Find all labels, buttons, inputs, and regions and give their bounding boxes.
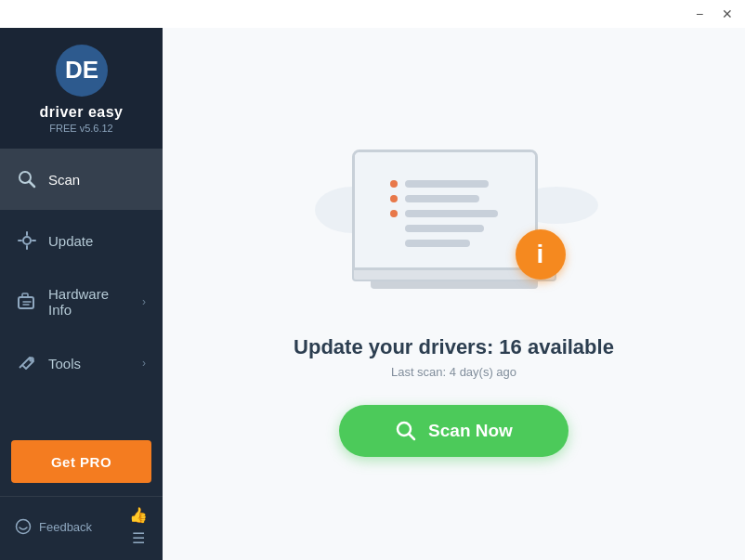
laptop-stand bbox=[371, 281, 538, 289]
sidebar-item-tools[interactable]: Tools › bbox=[0, 332, 163, 394]
tools-chevron-icon: › bbox=[142, 357, 146, 370]
feedback-icon bbox=[15, 518, 32, 535]
sidebar-item-scan-label: Scan bbox=[48, 172, 80, 188]
illustration: i bbox=[306, 131, 603, 317]
main-headline: Update your drivers: 16 available bbox=[294, 335, 614, 359]
app-version: FREE v5.6.12 bbox=[49, 123, 112, 134]
scan-icon bbox=[17, 169, 37, 189]
tools-icon bbox=[17, 353, 37, 373]
list-icon[interactable]: ☰ bbox=[132, 529, 145, 547]
minimize-button[interactable]: − bbox=[691, 6, 708, 22]
sidebar-item-hardware-info-label: Hardware Info bbox=[48, 286, 131, 318]
scan-now-label: Scan Now bbox=[428, 421, 513, 441]
svg-point-10 bbox=[17, 520, 31, 534]
thumbs-up-icon[interactable]: 👍 bbox=[129, 506, 148, 524]
hardware-info-icon bbox=[17, 292, 37, 312]
sidebar-item-update[interactable]: Update bbox=[0, 210, 163, 271]
screen-dot-2 bbox=[390, 195, 398, 202]
screen-line-2 bbox=[405, 195, 479, 202]
screen-dot-1 bbox=[390, 180, 398, 188]
svg-line-3 bbox=[30, 182, 35, 188]
app-window: − ✕ DE driver easy FREE v5.6.12 bbox=[0, 0, 745, 560]
sidebar: DE driver easy FREE v5.6.12 Scan bbox=[0, 28, 163, 560]
title-bar: − ✕ bbox=[0, 0, 745, 28]
info-badge: i bbox=[516, 229, 566, 280]
main-area: i Update your drivers: 16 available Last… bbox=[163, 28, 745, 560]
screen-line-4 bbox=[405, 225, 484, 232]
sidebar-item-tools-label: Tools bbox=[48, 356, 81, 371]
screen-line-1 bbox=[405, 180, 489, 188]
feedback-label: Feedback bbox=[39, 520, 92, 534]
sidebar-header: DE driver easy FREE v5.6.12 bbox=[0, 28, 163, 149]
scan-now-button[interactable]: Scan Now bbox=[339, 405, 569, 457]
sidebar-item-scan[interactable]: Scan bbox=[0, 149, 163, 210]
laptop-screen-inner bbox=[355, 152, 535, 267]
last-scan-text: Last scan: 4 day(s) ago bbox=[391, 365, 516, 379]
footer-icons: 👍 ☰ bbox=[129, 506, 148, 547]
screen-dot-3 bbox=[390, 210, 398, 217]
app-name: driver easy bbox=[39, 104, 123, 121]
get-pro-button[interactable]: Get PRO bbox=[11, 440, 151, 483]
svg-rect-5 bbox=[19, 297, 33, 308]
laptop-screen bbox=[352, 150, 538, 270]
scan-now-icon bbox=[395, 420, 417, 442]
feedback-item[interactable]: Feedback bbox=[15, 518, 92, 535]
screen-line-3 bbox=[405, 210, 498, 217]
hardware-info-chevron-icon: › bbox=[142, 295, 146, 308]
screen-line-5 bbox=[405, 240, 470, 247]
app-logo: DE bbox=[56, 45, 108, 97]
sidebar-item-update-label: Update bbox=[48, 233, 93, 249]
nav-items: Scan Update bbox=[0, 149, 163, 431]
svg-point-4 bbox=[23, 237, 31, 244]
close-button[interactable]: ✕ bbox=[719, 6, 736, 22]
svg-line-12 bbox=[410, 435, 415, 440]
svg-text:DE: DE bbox=[64, 56, 98, 84]
svg-rect-6 bbox=[22, 293, 28, 297]
sidebar-item-hardware-info[interactable]: Hardware Info › bbox=[0, 271, 163, 332]
sidebar-footer: Feedback 👍 ☰ bbox=[0, 496, 163, 560]
update-icon bbox=[17, 230, 37, 251]
info-badge-text: i bbox=[537, 240, 544, 269]
main-content: DE driver easy FREE v5.6.12 Scan bbox=[0, 28, 745, 560]
